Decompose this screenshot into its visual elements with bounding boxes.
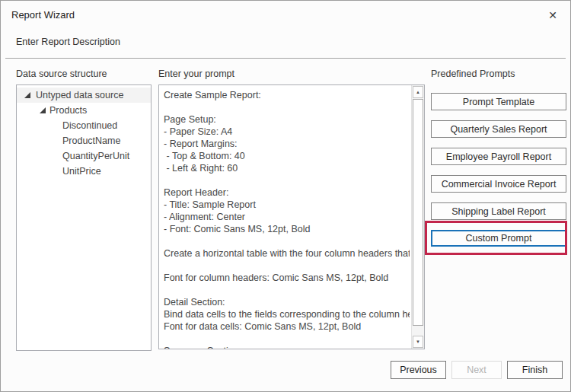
prompt-line: Create a horizontal table with the four … [164, 247, 410, 260]
tree-item-label: Products [17, 103, 151, 118]
prompt-line: - Report Margins: [164, 138, 410, 150]
prompt-line [164, 284, 410, 296]
prompt-line: Page Setup: [164, 113, 410, 126]
scroll-up-icon[interactable]: ▲ [413, 86, 423, 98]
prompt-line [164, 174, 410, 186]
data-source-structure-label: Data source structure [16, 69, 107, 79]
vertical-scrollbar[interactable]: ▲ ▼ [411, 85, 424, 349]
prompt-line: Create Sample Report: [164, 89, 410, 101]
enter-prompt-label: Enter your prompt [158, 69, 234, 79]
header-separator [5, 58, 566, 59]
predefined-prompts-label: Predefined Prompts [431, 69, 515, 79]
prompt-line [164, 101, 410, 113]
report-wizard-dialog: Report Wizard ✕ Enter Report Description… [0, 0, 571, 392]
scrollbar-thumb[interactable] [413, 99, 423, 326]
title-bar: Report Wizard ✕ [1, 1, 570, 31]
prompt-line: - Font: Comic Sans MS, 12pt, Bold [164, 223, 410, 235]
prompt-line: Report Header: [164, 186, 410, 199]
prompt-line: Detail Section: [164, 296, 410, 308]
next-button: Next [451, 361, 502, 379]
tree-item-untyped-data-source[interactable]: Untyped data source [17, 88, 151, 103]
shipping-label-report-button[interactable]: Shipping Label Report [431, 202, 566, 220]
prompt-line: - Alignment: Center [164, 211, 410, 223]
prompt-line: Font for column headers: Comic Sans MS, … [164, 272, 410, 284]
prompt-line [164, 260, 410, 272]
scroll-down-icon[interactable]: ▼ [413, 336, 423, 348]
prompt-line: Bind data cells to the fields correspond… [164, 308, 410, 320]
close-icon[interactable]: ✕ [543, 5, 563, 25]
prompt-line: - Left & Right: 60 [164, 162, 410, 174]
prompt-line [164, 235, 410, 247]
tree-item-label: Untyped data source [17, 88, 151, 103]
prompt-line: - Title: Sample Report [164, 199, 410, 211]
employee-payroll-report-button[interactable]: Employee Payroll Report [431, 148, 566, 165]
tree-item-label: Discontinued [17, 118, 151, 133]
prompt-line: - Paper Size: A4 [164, 126, 410, 138]
prompt-line: Summary Section: [164, 345, 410, 349]
window-title: Report Wizard [11, 9, 75, 21]
tree-item-label: UnitPrice [17, 164, 151, 179]
prompt-template-button[interactable]: Prompt Template [431, 93, 566, 110]
tree-item-productname[interactable]: ProductName [17, 133, 151, 148]
custom-prompt-button[interactable]: Custom Prompt [431, 230, 566, 247]
finish-button[interactable]: Finish [507, 361, 563, 379]
wizard-step-title: Enter Report Description [16, 37, 120, 47]
prompt-text-content[interactable]: Create Sample Report: Page Setup: - Pape… [159, 85, 411, 349]
prompt-line [164, 333, 410, 345]
data-source-tree: Untyped data source Products Discontinue… [16, 84, 152, 351]
previous-button[interactable]: Previous [391, 361, 446, 379]
prompt-textarea[interactable]: Create Sample Report: Page Setup: - Pape… [158, 84, 425, 349]
prompt-line: - Top & Bottom: 40 [164, 150, 410, 162]
commercial-invoice-report-button[interactable]: Commercial Invoice Report [431, 175, 566, 193]
tree-item-label: ProductName [17, 133, 151, 148]
tree-item-quantityperunit[interactable]: QuantityPerUnit [17, 148, 151, 164]
quarterly-sales-report-button[interactable]: Quarterly Sales Report [431, 120, 566, 138]
tree-item-label: QuantityPerUnit [17, 148, 151, 164]
prompt-line: Font for data cells: Comic Sans MS, 12pt… [164, 320, 410, 333]
tree-item-unitprice[interactable]: UnitPrice [17, 164, 151, 179]
tree-item-products[interactable]: Products [17, 103, 151, 118]
tree-item-discontinued[interactable]: Discontinued [17, 118, 151, 133]
